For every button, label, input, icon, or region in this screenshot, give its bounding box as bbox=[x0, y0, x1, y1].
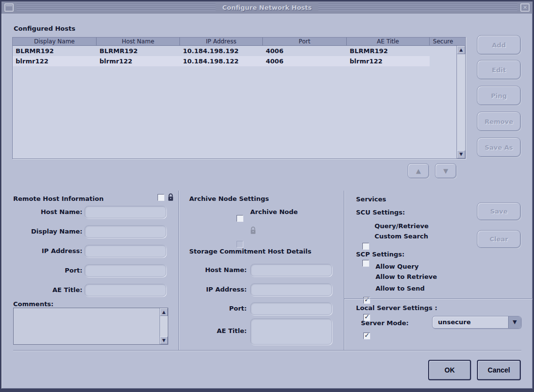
cell-ae-title: BLRMR192 bbox=[347, 46, 430, 56]
ping-button[interactable]: Ping bbox=[477, 86, 521, 105]
sc-ip-address-field[interactable] bbox=[250, 283, 332, 296]
sc-host-name-field[interactable] bbox=[250, 264, 332, 276]
titlebar-stripes bbox=[318, 4, 517, 12]
scroll-up-icon[interactable]: ▲ bbox=[160, 308, 168, 316]
column-header-host-name: Host Name bbox=[97, 38, 180, 45]
sc-port-label: Port: bbox=[177, 305, 247, 312]
query-retrieve-checkbox[interactable] bbox=[362, 243, 369, 250]
allow-to-send-label: Allow to Send bbox=[376, 285, 425, 292]
ae-title-field[interactable] bbox=[84, 284, 166, 296]
cell-secure bbox=[430, 46, 456, 56]
comments-text bbox=[16, 309, 158, 343]
cell-ip-address: 10.184.198.122 bbox=[180, 56, 263, 66]
ip-address-label: IP Address: bbox=[10, 247, 82, 255]
clear-button[interactable]: Clear bbox=[477, 230, 521, 248]
section-divider bbox=[344, 191, 345, 351]
custom-search-checkbox[interactable] bbox=[362, 260, 369, 267]
sc-port-field[interactable] bbox=[250, 302, 332, 315]
scu-settings-title: SCU Settings: bbox=[356, 209, 405, 216]
ok-button[interactable]: OK bbox=[428, 360, 471, 380]
sc-ae-title-field[interactable] bbox=[250, 318, 332, 345]
column-header-secure: Secure bbox=[430, 38, 456, 45]
cell-port: 4006 bbox=[263, 46, 347, 56]
server-mode-dropdown[interactable]: unsecure ▼ bbox=[432, 316, 521, 329]
add-button[interactable]: Add bbox=[477, 35, 521, 55]
display-name-label: Display Name: bbox=[10, 228, 82, 235]
title-bar: Configure Network Hosts ✕ bbox=[1, 1, 533, 14]
ae-title-label: AE Title: bbox=[10, 286, 82, 294]
server-mode-value: unsecure bbox=[433, 316, 508, 328]
remote-host-lock-checkbox[interactable] bbox=[158, 194, 164, 201]
close-icon[interactable]: ✕ bbox=[520, 3, 530, 12]
comments-textarea[interactable]: ▲ ▼ bbox=[13, 308, 168, 345]
archive-node-section-title: Archive Node Settings bbox=[189, 195, 269, 202]
cell-ae-title: blrmr122 bbox=[347, 56, 430, 66]
allow-to-send-checkbox[interactable] bbox=[363, 333, 370, 339]
archive-lock-checkbox[interactable] bbox=[237, 241, 243, 248]
remote-host-section-title: Remote Host Information bbox=[13, 195, 103, 202]
window-menu-icon[interactable] bbox=[4, 3, 14, 12]
cell-port: 4006 bbox=[263, 56, 347, 66]
custom-search-label: Custom Search bbox=[375, 233, 428, 240]
query-retrieve-label: Query/Retrieve bbox=[375, 222, 429, 230]
cell-display-name: blrmr122 bbox=[13, 56, 97, 66]
chevron-down-icon[interactable]: ▼ bbox=[508, 316, 521, 328]
table-row[interactable]: BLRMR192 BLRMR192 10.184.198.192 4006 BL… bbox=[13, 46, 456, 56]
comments-scrollbar[interactable]: ▲ ▼ bbox=[159, 308, 168, 344]
lock-icon bbox=[168, 193, 174, 201]
lock-icon-disabled bbox=[250, 226, 256, 235]
sc-ae-title-label: AE Title: bbox=[177, 327, 247, 334]
local-server-settings-title: Local Server Settings : bbox=[356, 304, 437, 312]
column-header-display-name: Display Name bbox=[13, 38, 97, 45]
allow-query-label: Allow Query bbox=[376, 263, 418, 270]
save-button[interactable]: Save bbox=[477, 202, 521, 220]
footer-divider bbox=[13, 350, 521, 351]
scp-settings-title: SCP Settings: bbox=[356, 251, 405, 258]
storage-commitment-title: Storage Commitment Host Details bbox=[189, 248, 311, 255]
port-field[interactable] bbox=[84, 264, 166, 277]
host-name-label: Host Name: bbox=[10, 208, 82, 216]
configure-network-hosts-dialog: Configure Network Hosts ✕ Configured Hos… bbox=[0, 0, 534, 392]
save-as-button[interactable]: Save As bbox=[477, 137, 521, 157]
host-name-field[interactable] bbox=[84, 206, 166, 218]
comments-label: Comments: bbox=[13, 300, 54, 308]
archive-node-label: Archive Node bbox=[250, 208, 298, 216]
cell-host-name: blrmr122 bbox=[97, 56, 180, 66]
sc-host-name-label: Host Name: bbox=[177, 266, 247, 274]
column-header-ae-title: AE Title bbox=[347, 38, 430, 45]
display-name-field[interactable] bbox=[84, 225, 166, 238]
table-row[interactable]: blrmr122 blrmr122 10.184.198.122 4006 bl… bbox=[13, 56, 456, 66]
window-title: Configure Network Hosts bbox=[218, 4, 316, 11]
scroll-up-icon[interactable]: ▲ bbox=[457, 46, 465, 54]
table-scrollbar[interactable]: ▲ ▼ bbox=[456, 46, 465, 158]
archive-node-checkbox[interactable] bbox=[237, 215, 243, 222]
edit-button[interactable]: Edit bbox=[477, 60, 521, 79]
move-down-button[interactable]: ▼ bbox=[435, 163, 456, 178]
column-header-port: Port bbox=[263, 38, 347, 45]
titlebar-stripes bbox=[17, 4, 216, 12]
services-section-title: Services bbox=[356, 196, 386, 203]
scroll-down-icon[interactable]: ▼ bbox=[457, 150, 465, 158]
port-label: Port: bbox=[10, 267, 82, 274]
server-mode-label: Server Mode: bbox=[361, 319, 409, 327]
configured-hosts-title: Configured Hosts bbox=[14, 25, 75, 32]
cell-display-name: BLRMR192 bbox=[13, 46, 97, 56]
configured-hosts-table: Display Name Host Name IP Address Port A… bbox=[12, 37, 466, 159]
allow-to-retrieve-label: Allow to Retrieve bbox=[376, 273, 437, 280]
cancel-button[interactable]: Cancel bbox=[477, 360, 521, 380]
local-server-divider bbox=[344, 298, 533, 299]
table-header-row: Display Name Host Name IP Address Port A… bbox=[13, 38, 465, 46]
remove-button[interactable]: Remove bbox=[477, 112, 521, 131]
cell-host-name: BLRMR192 bbox=[97, 46, 180, 56]
move-up-button[interactable]: ▲ bbox=[408, 163, 429, 178]
cell-ip-address: 10.184.198.192 bbox=[180, 46, 263, 56]
cell-secure bbox=[430, 56, 456, 66]
sc-ip-address-label: IP Address: bbox=[177, 286, 247, 293]
scroll-down-icon[interactable]: ▼ bbox=[160, 336, 168, 344]
column-header-ip-address: IP Address bbox=[180, 38, 263, 45]
ip-address-field[interactable] bbox=[84, 245, 166, 257]
